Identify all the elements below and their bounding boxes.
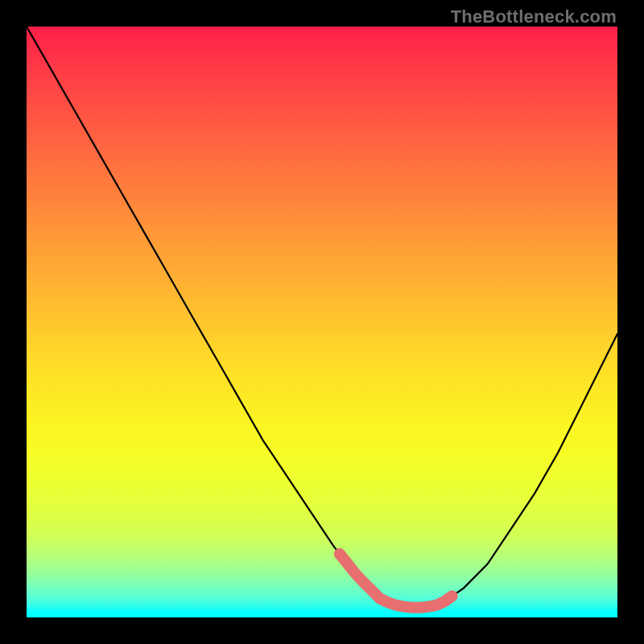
plot-area (27, 27, 617, 617)
svg-point-1 (447, 591, 458, 602)
highlight-basin (27, 27, 617, 617)
chart-frame: TheBottleneck.com (0, 0, 644, 644)
watermark-text: TheBottleneck.com (451, 6, 617, 27)
svg-point-0 (334, 548, 345, 559)
